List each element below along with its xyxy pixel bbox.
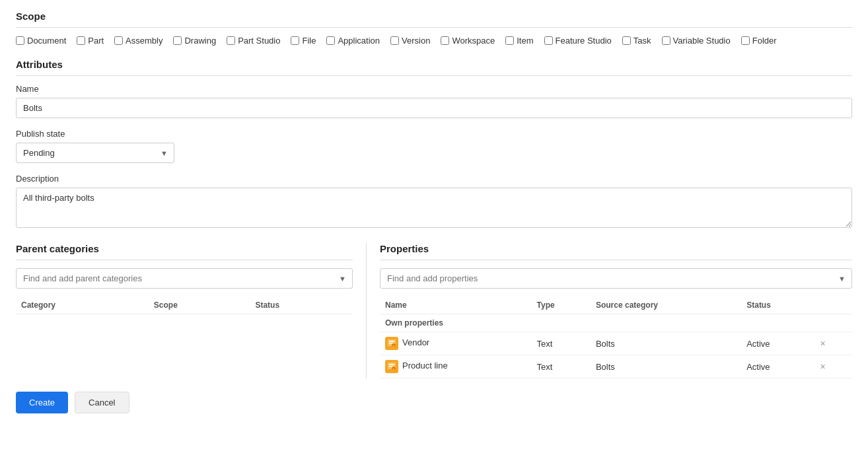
checkbox-label-cb-featurestudio: Feature Studio bbox=[556, 36, 612, 46]
checkbox-label-cb-task: Task bbox=[633, 36, 651, 46]
prop-action-vendor: × bbox=[813, 332, 852, 355]
vertical-divider bbox=[366, 243, 367, 378]
scope-checkbox-cb-version[interactable]: Version bbox=[390, 36, 430, 46]
checkbox-label-cb-part: Part bbox=[88, 36, 104, 46]
checkbox-label-cb-item: Item bbox=[517, 36, 533, 46]
checkbox-label-cb-partstudio: Part Studio bbox=[238, 36, 280, 46]
properties-table-container: Name Type Source category Status Own pro… bbox=[380, 297, 852, 378]
svg-text:≡: ≡ bbox=[393, 344, 395, 348]
checkbox-cb-featurestudio[interactable] bbox=[544, 36, 553, 45]
properties-row-product-line: ≡ Product lineTextBoltsActive× bbox=[380, 355, 852, 378]
description-input[interactable]: All third-party bolts bbox=[16, 188, 852, 228]
prop-name-text-product-line: Product line bbox=[402, 361, 448, 371]
checkbox-label-cb-folder: Folder bbox=[752, 36, 777, 46]
parent-categories-table-container: Category Scope Status bbox=[16, 297, 353, 314]
checkbox-cb-variablestudio[interactable] bbox=[662, 36, 670, 45]
checkbox-cb-part[interactable] bbox=[77, 36, 85, 45]
prop-source-vendor: Bolts bbox=[591, 332, 741, 355]
checkbox-label-cb-variablestudio: Variable Studio bbox=[673, 36, 731, 46]
properties-group-label: Own properties bbox=[380, 314, 852, 332]
prop-name-text-vendor: Vendor bbox=[402, 337, 429, 347]
scope-checkbox-cb-featurestudio[interactable]: Feature Studio bbox=[544, 36, 612, 46]
checkbox-cb-file[interactable] bbox=[291, 36, 299, 45]
properties-input[interactable] bbox=[380, 268, 852, 289]
checkbox-cb-application[interactable] bbox=[326, 36, 335, 45]
checkbox-label-cb-workspace: Workspace bbox=[452, 36, 495, 46]
prop-status-product-line: Active bbox=[741, 355, 813, 378]
checkbox-cb-version[interactable] bbox=[390, 36, 399, 45]
name-input[interactable] bbox=[16, 98, 852, 118]
properties-title: Properties bbox=[380, 243, 852, 260]
parent-categories-title: Parent categories bbox=[16, 243, 353, 260]
prop-col-status: Status bbox=[741, 297, 813, 314]
checkbox-label-cb-file: File bbox=[302, 36, 316, 46]
col-header-status: Status bbox=[250, 297, 353, 314]
scope-checkbox-cb-folder[interactable]: Folder bbox=[741, 36, 777, 46]
checkbox-label-cb-document: Document bbox=[27, 36, 66, 46]
description-field-group: Description All third-party bolts bbox=[16, 174, 852, 230]
svg-rect-1 bbox=[389, 341, 394, 342]
scope-checkbox-cb-partstudio[interactable]: Part Studio bbox=[227, 36, 280, 46]
svg-text:≡: ≡ bbox=[393, 367, 395, 371]
prop-action-product-line: × bbox=[813, 355, 852, 378]
svg-rect-6 bbox=[389, 364, 394, 365]
publish-state-label: Publish state bbox=[16, 129, 852, 139]
checkbox-cb-document[interactable] bbox=[16, 36, 24, 45]
prop-name-cell-vendor: ≡ Vendor bbox=[380, 332, 532, 355]
scope-checkbox-cb-drawing[interactable]: Drawing bbox=[173, 36, 216, 46]
checkbox-cb-folder[interactable] bbox=[741, 36, 750, 45]
checkbox-cb-drawing[interactable] bbox=[173, 36, 182, 45]
properties-dropdown-wrapper: ▼ bbox=[380, 268, 852, 289]
prop-col-source: Source category bbox=[591, 297, 741, 314]
scope-checkbox-cb-workspace[interactable]: Workspace bbox=[441, 36, 495, 46]
scope-checkbox-cb-application[interactable]: Application bbox=[326, 36, 380, 46]
parent-categories-section: Parent categories ▼ Category Scope Statu… bbox=[16, 243, 353, 378]
prop-status-vendor: Active bbox=[741, 332, 813, 355]
attributes-section: Attributes Name Publish state PendingAct… bbox=[16, 59, 852, 230]
name-field-group: Name bbox=[16, 84, 852, 118]
footer-buttons: Create Cancel bbox=[16, 392, 852, 413]
prop-col-type: Type bbox=[532, 297, 591, 314]
checkbox-cb-partstudio[interactable] bbox=[227, 36, 235, 45]
checkbox-label-cb-assembly: Assembly bbox=[126, 36, 163, 46]
remove-prop-button-product-line[interactable]: × bbox=[818, 361, 826, 372]
prop-col-name: Name bbox=[380, 297, 532, 314]
checkbox-label-cb-application: Application bbox=[338, 36, 380, 46]
prop-source-product-line: Bolts bbox=[591, 355, 741, 378]
prop-icon-product-line: ≡ bbox=[385, 360, 398, 373]
properties-group-header: Own properties bbox=[380, 314, 852, 332]
prop-type-vendor: Text bbox=[532, 332, 591, 355]
scope-checkbox-cb-document[interactable]: Document bbox=[16, 36, 66, 46]
attributes-title: Attributes bbox=[16, 59, 852, 76]
scope-checkbox-cb-file[interactable]: File bbox=[291, 36, 316, 46]
parent-categories-input[interactable] bbox=[16, 268, 353, 289]
prop-icon-vendor: ≡ bbox=[385, 337, 398, 350]
prop-name-cell-product-line: ≡ Product line bbox=[380, 355, 532, 378]
name-label: Name bbox=[16, 84, 852, 94]
scope-title: Scope bbox=[16, 11, 852, 28]
two-col-section: Parent categories ▼ Category Scope Statu… bbox=[16, 243, 852, 378]
col-header-category: Category bbox=[16, 297, 149, 314]
checkbox-label-cb-drawing: Drawing bbox=[184, 36, 216, 46]
prop-col-action bbox=[813, 297, 852, 314]
scope-checkbox-cb-assembly[interactable]: Assembly bbox=[114, 36, 163, 46]
col-header-scope: Scope bbox=[149, 297, 250, 314]
checkbox-cb-assembly[interactable] bbox=[114, 36, 123, 45]
checkbox-cb-item[interactable] bbox=[505, 36, 514, 45]
scope-section: Scope DocumentPartAssemblyDrawingPart St… bbox=[16, 11, 852, 46]
cancel-button[interactable]: Cancel bbox=[75, 392, 129, 413]
scope-checkbox-cb-part[interactable]: Part bbox=[77, 36, 104, 46]
scope-checkbox-cb-variablestudio[interactable]: Variable Studio bbox=[662, 36, 731, 46]
publish-state-field-group: Publish state PendingActiveInactive ▼ bbox=[16, 129, 852, 163]
properties-section: Properties ▼ Name Type Source category S… bbox=[380, 243, 852, 378]
scope-checkbox-cb-item[interactable]: Item bbox=[505, 36, 533, 46]
checkbox-label-cb-version: Version bbox=[402, 36, 430, 46]
checkbox-cb-task[interactable] bbox=[622, 36, 631, 45]
scope-checkboxes: DocumentPartAssemblyDrawingPart StudioFi… bbox=[16, 36, 852, 46]
remove-prop-button-vendor[interactable]: × bbox=[818, 338, 826, 349]
create-button[interactable]: Create bbox=[16, 392, 68, 413]
checkbox-cb-workspace[interactable] bbox=[441, 36, 449, 45]
publish-state-select[interactable]: PendingActiveInactive bbox=[16, 143, 174, 163]
publish-state-wrapper: PendingActiveInactive ▼ bbox=[16, 143, 174, 163]
scope-checkbox-cb-task[interactable]: Task bbox=[622, 36, 651, 46]
